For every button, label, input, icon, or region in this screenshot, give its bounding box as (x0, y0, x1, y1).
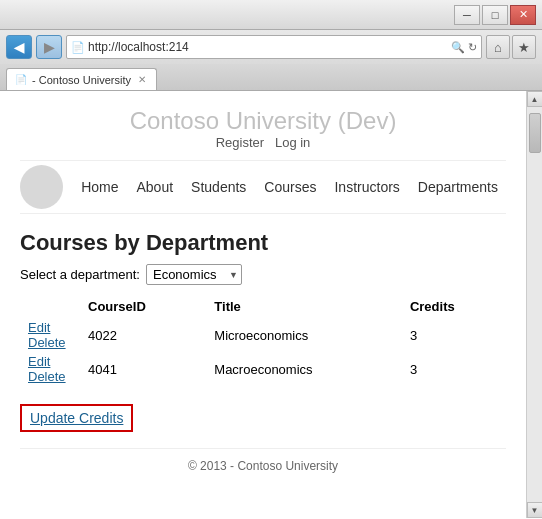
main-nav: Home About Students Courses Instructors … (20, 160, 506, 214)
browser-chrome: ◀ ▶ 📄 http://localhost:214 🔍 ↻ ⌂ ★ 📄 - C… (0, 30, 542, 91)
col-header-credits: Credits (402, 297, 506, 318)
row-course-id-0: 4022 (80, 318, 206, 352)
row-credits-1: 3 (402, 352, 506, 386)
site-footer: © 2013 - Contoso University (20, 448, 506, 483)
col-header-actions (20, 297, 80, 318)
delete-link-1[interactable]: Delete (28, 369, 66, 384)
update-credits-button[interactable]: Update Credits (20, 404, 133, 432)
nav-about[interactable]: About (128, 177, 181, 197)
row-title-1: Macroeconomics (206, 352, 402, 386)
minimize-button[interactable]: ─ (454, 5, 480, 25)
scroll-thumb[interactable] (529, 113, 541, 153)
browser-tab[interactable]: 📄 - Contoso University ✕ (6, 68, 157, 90)
col-header-title: Title (206, 297, 402, 318)
scrollbar: ▲ ▼ (526, 91, 542, 518)
page-content: Contoso University (Dev) Register Log in… (0, 91, 526, 518)
dept-selector: Select a department: Economics Engineeri… (20, 264, 506, 285)
nav-home[interactable]: Home (73, 177, 126, 197)
dept-select-wrapper[interactable]: Economics Engineering English (146, 264, 242, 285)
avatar (20, 165, 63, 209)
row-course-id-1: 4041 (80, 352, 206, 386)
refresh-icon[interactable]: ↻ (468, 41, 477, 54)
page-title: Courses by Department (20, 230, 506, 256)
nav-students[interactable]: Students (183, 177, 254, 197)
search-icon[interactable]: 🔍 (451, 41, 465, 54)
tab-close-button[interactable]: ✕ (136, 74, 148, 85)
register-link[interactable]: Register (216, 135, 264, 150)
courses-table: CourseID Title Credits Edit Delete 4022 … (20, 297, 506, 386)
tab-bar: 📄 - Contoso University ✕ (0, 64, 542, 90)
nav-instructors[interactable]: Instructors (326, 177, 407, 197)
nav-courses[interactable]: Courses (256, 177, 324, 197)
site-content: Contoso University (Dev) Register Log in… (0, 91, 526, 483)
nav-bar: ◀ ▶ 📄 http://localhost:214 🔍 ↻ ⌂ ★ (0, 30, 542, 64)
scroll-track[interactable] (527, 107, 542, 502)
home-button[interactable]: ⌂ (486, 35, 510, 59)
site-header: Contoso University (Dev) Register Log in (20, 91, 506, 160)
scroll-up-button[interactable]: ▲ (527, 91, 543, 107)
home-star-buttons: ⌂ ★ (486, 35, 536, 59)
scroll-down-button[interactable]: ▼ (527, 502, 543, 518)
dept-select[interactable]: Economics Engineering English (146, 264, 242, 285)
row-actions: Edit Delete (20, 318, 80, 352)
edit-link-1[interactable]: Edit (28, 354, 50, 369)
nav-departments[interactable]: Departments (410, 177, 506, 197)
tab-favicon: 📄 (15, 74, 27, 85)
title-bar-controls: ─ □ ✕ (454, 5, 536, 25)
address-bar[interactable]: 📄 http://localhost:214 🔍 ↻ (66, 35, 482, 59)
favorites-button[interactable]: ★ (512, 35, 536, 59)
page-wrapper: Contoso University (Dev) Register Log in… (0, 91, 542, 518)
row-credits-0: 3 (402, 318, 506, 352)
site-nav-top: Register Log in (20, 135, 506, 150)
login-link[interactable]: Log in (275, 135, 310, 150)
row-title-0: Microeconomics (206, 318, 402, 352)
back-button[interactable]: ◀ (6, 35, 32, 59)
tab-label: - Contoso University (32, 74, 131, 86)
col-header-course-id: CourseID (80, 297, 206, 318)
maximize-button[interactable]: □ (482, 5, 508, 25)
close-button[interactable]: ✕ (510, 5, 536, 25)
edit-link-0[interactable]: Edit (28, 320, 50, 335)
title-bar: ─ □ ✕ (0, 0, 542, 30)
row-actions: Edit Delete (20, 352, 80, 386)
delete-link-0[interactable]: Delete (28, 335, 66, 350)
site-title: Contoso University (Dev) (20, 107, 506, 135)
table-row: Edit Delete 4041 Macroeconomics 3 (20, 352, 506, 386)
page-icon: 📄 (71, 41, 85, 54)
dept-label: Select a department: (20, 267, 140, 282)
table-row: Edit Delete 4022 Microeconomics 3 (20, 318, 506, 352)
forward-button[interactable]: ▶ (36, 35, 62, 59)
address-text: http://localhost:214 (88, 40, 448, 54)
